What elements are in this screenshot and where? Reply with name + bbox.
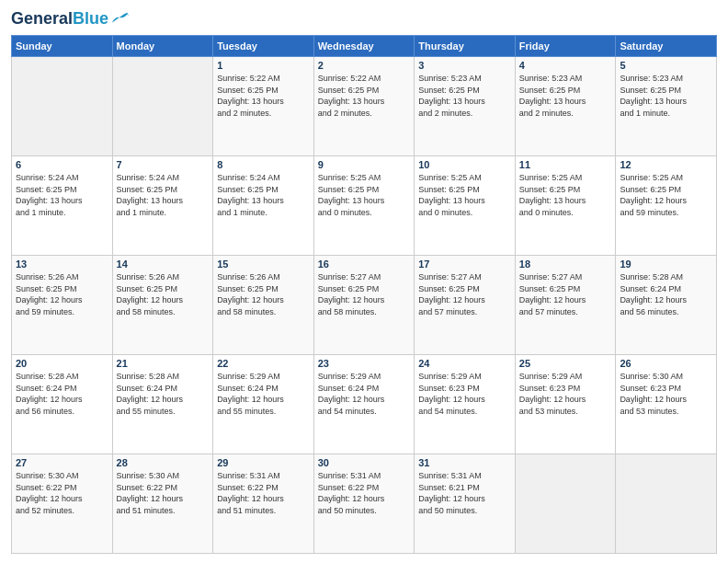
calendar-cell: 18Sunrise: 5:27 AM Sunset: 6:25 PM Dayli… xyxy=(515,256,616,355)
day-number: 2 xyxy=(318,60,411,71)
day-info: Sunrise: 5:27 AM Sunset: 6:25 PM Dayligh… xyxy=(318,271,411,317)
day-number: 16 xyxy=(318,259,411,270)
day-number: 21 xyxy=(117,358,210,369)
calendar-cell: 31Sunrise: 5:31 AM Sunset: 6:21 PM Dayli… xyxy=(415,454,516,554)
day-info: Sunrise: 5:29 AM Sunset: 6:23 PM Dayligh… xyxy=(519,371,612,417)
logo: GeneralBlue xyxy=(11,9,131,29)
day-info: Sunrise: 5:29 AM Sunset: 6:24 PM Dayligh… xyxy=(318,371,411,417)
day-header-sunday: Sunday xyxy=(12,36,113,57)
day-header-tuesday: Tuesday xyxy=(213,36,314,57)
day-info: Sunrise: 5:23 AM Sunset: 6:25 PM Dayligh… xyxy=(620,73,712,119)
logo-icon xyxy=(110,9,131,29)
calendar-cell: 20Sunrise: 5:28 AM Sunset: 6:24 PM Dayli… xyxy=(12,355,113,454)
day-number: 29 xyxy=(217,457,310,468)
day-info: Sunrise: 5:29 AM Sunset: 6:24 PM Dayligh… xyxy=(217,371,310,417)
calendar-cell: 15Sunrise: 5:26 AM Sunset: 6:25 PM Dayli… xyxy=(213,256,314,355)
calendar-cell: 25Sunrise: 5:29 AM Sunset: 6:23 PM Dayli… xyxy=(515,355,616,454)
day-info: Sunrise: 5:28 AM Sunset: 6:24 PM Dayligh… xyxy=(16,371,108,417)
calendar-cell: 29Sunrise: 5:31 AM Sunset: 6:22 PM Dayli… xyxy=(213,454,314,554)
day-number: 20 xyxy=(16,358,108,369)
calendar-cell: 9Sunrise: 5:25 AM Sunset: 6:25 PM Daylig… xyxy=(313,156,415,256)
day-number: 28 xyxy=(117,457,210,468)
calendar-cell: 16Sunrise: 5:27 AM Sunset: 6:25 PM Dayli… xyxy=(313,256,415,355)
day-number: 13 xyxy=(16,259,108,270)
day-number: 3 xyxy=(418,60,511,71)
day-number: 17 xyxy=(418,259,511,270)
day-info: Sunrise: 5:25 AM Sunset: 6:25 PM Dayligh… xyxy=(418,172,511,218)
calendar-cell: 21Sunrise: 5:28 AM Sunset: 6:24 PM Dayli… xyxy=(112,355,213,454)
day-info: Sunrise: 5:25 AM Sunset: 6:25 PM Dayligh… xyxy=(620,172,712,218)
day-info: Sunrise: 5:26 AM Sunset: 6:25 PM Dayligh… xyxy=(16,271,108,317)
day-number: 30 xyxy=(318,457,411,468)
day-info: Sunrise: 5:26 AM Sunset: 6:25 PM Dayligh… xyxy=(117,271,210,317)
day-number: 6 xyxy=(16,159,108,170)
calendar-cell: 3Sunrise: 5:23 AM Sunset: 6:25 PM Daylig… xyxy=(415,57,516,156)
calendar-cell: 10Sunrise: 5:25 AM Sunset: 6:25 PM Dayli… xyxy=(415,156,516,256)
day-info: Sunrise: 5:31 AM Sunset: 6:21 PM Dayligh… xyxy=(418,470,511,516)
day-info: Sunrise: 5:23 AM Sunset: 6:25 PM Dayligh… xyxy=(418,73,511,119)
calendar-table: SundayMondayTuesdayWednesdayThursdayFrid… xyxy=(11,35,717,554)
day-info: Sunrise: 5:28 AM Sunset: 6:24 PM Dayligh… xyxy=(620,271,712,317)
day-info: Sunrise: 5:31 AM Sunset: 6:22 PM Dayligh… xyxy=(217,470,310,516)
day-number: 12 xyxy=(620,159,712,170)
day-number: 4 xyxy=(519,60,612,71)
calendar-cell: 14Sunrise: 5:26 AM Sunset: 6:25 PM Dayli… xyxy=(112,256,213,355)
day-number: 31 xyxy=(418,457,511,468)
day-info: Sunrise: 5:28 AM Sunset: 6:24 PM Dayligh… xyxy=(117,371,210,417)
calendar-cell: 8Sunrise: 5:24 AM Sunset: 6:25 PM Daylig… xyxy=(213,156,314,256)
day-header-friday: Friday xyxy=(515,36,616,57)
day-info: Sunrise: 5:22 AM Sunset: 6:25 PM Dayligh… xyxy=(217,73,310,119)
calendar-cell: 12Sunrise: 5:25 AM Sunset: 6:25 PM Dayli… xyxy=(616,156,717,256)
day-info: Sunrise: 5:29 AM Sunset: 6:23 PM Dayligh… xyxy=(418,371,511,417)
day-info: Sunrise: 5:25 AM Sunset: 6:25 PM Dayligh… xyxy=(318,172,411,218)
header: GeneralBlue xyxy=(11,9,717,29)
calendar-cell: 19Sunrise: 5:28 AM Sunset: 6:24 PM Dayli… xyxy=(616,256,717,355)
day-number: 8 xyxy=(217,159,310,170)
calendar-cell: 24Sunrise: 5:29 AM Sunset: 6:23 PM Dayli… xyxy=(415,355,516,454)
day-info: Sunrise: 5:30 AM Sunset: 6:22 PM Dayligh… xyxy=(16,470,108,516)
calendar-body: 1Sunrise: 5:22 AM Sunset: 6:25 PM Daylig… xyxy=(12,57,717,554)
day-number: 7 xyxy=(117,159,210,170)
day-info: Sunrise: 5:23 AM Sunset: 6:25 PM Dayligh… xyxy=(519,73,612,119)
day-number: 14 xyxy=(117,259,210,270)
day-info: Sunrise: 5:27 AM Sunset: 6:25 PM Dayligh… xyxy=(418,271,511,317)
calendar-cell: 13Sunrise: 5:26 AM Sunset: 6:25 PM Dayli… xyxy=(12,256,113,355)
day-number: 24 xyxy=(418,358,511,369)
day-header-monday: Monday xyxy=(112,36,213,57)
calendar-cell xyxy=(616,454,717,554)
calendar-cell xyxy=(12,57,113,156)
day-info: Sunrise: 5:22 AM Sunset: 6:25 PM Dayligh… xyxy=(318,73,411,119)
calendar-cell: 22Sunrise: 5:29 AM Sunset: 6:24 PM Dayli… xyxy=(213,355,314,454)
logo-text: GeneralBlue xyxy=(11,10,108,29)
days-header-row: SundayMondayTuesdayWednesdayThursdayFrid… xyxy=(12,36,717,57)
calendar-header: SundayMondayTuesdayWednesdayThursdayFrid… xyxy=(12,36,717,57)
day-info: Sunrise: 5:26 AM Sunset: 6:25 PM Dayligh… xyxy=(217,271,310,317)
day-number: 26 xyxy=(620,358,712,369)
day-number: 15 xyxy=(217,259,310,270)
calendar-cell: 30Sunrise: 5:31 AM Sunset: 6:22 PM Dayli… xyxy=(313,454,415,554)
calendar-cell: 26Sunrise: 5:30 AM Sunset: 6:23 PM Dayli… xyxy=(616,355,717,454)
calendar-cell: 6Sunrise: 5:24 AM Sunset: 6:25 PM Daylig… xyxy=(12,156,113,256)
day-info: Sunrise: 5:31 AM Sunset: 6:22 PM Dayligh… xyxy=(318,470,411,516)
calendar-cell: 4Sunrise: 5:23 AM Sunset: 6:25 PM Daylig… xyxy=(515,57,616,156)
week-row-4: 27Sunrise: 5:30 AM Sunset: 6:22 PM Dayli… xyxy=(12,454,717,554)
day-header-wednesday: Wednesday xyxy=(313,36,415,57)
calendar-cell: 1Sunrise: 5:22 AM Sunset: 6:25 PM Daylig… xyxy=(213,57,314,156)
calendar-cell: 27Sunrise: 5:30 AM Sunset: 6:22 PM Dayli… xyxy=(12,454,113,554)
week-row-2: 13Sunrise: 5:26 AM Sunset: 6:25 PM Dayli… xyxy=(12,256,717,355)
day-info: Sunrise: 5:30 AM Sunset: 6:22 PM Dayligh… xyxy=(117,470,210,516)
calendar-cell: 23Sunrise: 5:29 AM Sunset: 6:24 PM Dayli… xyxy=(313,355,415,454)
calendar-cell: 7Sunrise: 5:24 AM Sunset: 6:25 PM Daylig… xyxy=(112,156,213,256)
day-info: Sunrise: 5:24 AM Sunset: 6:25 PM Dayligh… xyxy=(117,172,210,218)
day-number: 18 xyxy=(519,259,612,270)
day-header-saturday: Saturday xyxy=(616,36,717,57)
week-row-3: 20Sunrise: 5:28 AM Sunset: 6:24 PM Dayli… xyxy=(12,355,717,454)
day-number: 23 xyxy=(318,358,411,369)
day-info: Sunrise: 5:24 AM Sunset: 6:25 PM Dayligh… xyxy=(16,172,108,218)
day-number: 19 xyxy=(620,259,712,270)
day-number: 5 xyxy=(620,60,712,71)
calendar-cell xyxy=(515,454,616,554)
calendar-cell: 11Sunrise: 5:25 AM Sunset: 6:25 PM Dayli… xyxy=(515,156,616,256)
calendar-cell: 2Sunrise: 5:22 AM Sunset: 6:25 PM Daylig… xyxy=(313,57,415,156)
day-number: 10 xyxy=(418,159,511,170)
